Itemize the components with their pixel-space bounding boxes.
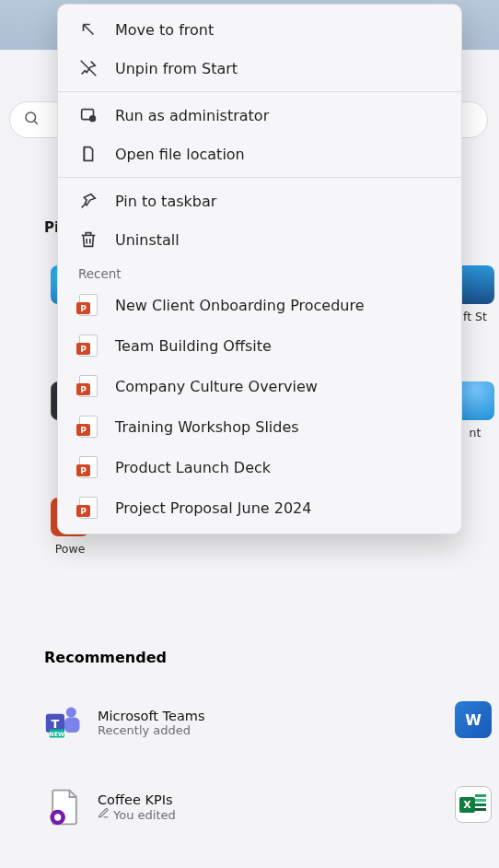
- pinned-label: nt: [470, 426, 482, 440]
- svg-point-4: [66, 708, 76, 718]
- ctx-label: Open file location: [115, 146, 245, 163]
- teams-icon: T NEW: [44, 702, 85, 743]
- ctx-recent-label: Team Building Offsite: [115, 337, 272, 355]
- ctx-recent-item[interactable]: P Product Launch Deck: [58, 447, 461, 487]
- powerpoint-file-icon: P: [78, 416, 99, 438]
- svg-point-11: [89, 115, 96, 122]
- ctx-recent-item[interactable]: P Company Culture Overview: [58, 366, 461, 406]
- recommended-item-coffee-kpis[interactable]: Coffee KPIs You edited: [44, 787, 265, 827]
- recommended-item-teams[interactable]: T NEW Microsoft Teams Recently added: [44, 702, 265, 743]
- separator: [58, 177, 461, 178]
- svg-rect-5: [64, 718, 80, 733]
- ctx-label: Unpin from Start: [115, 60, 238, 77]
- separator: [58, 91, 461, 92]
- context-menu: Move to front Unpin from Start Run as ad…: [57, 4, 462, 534]
- shield-admin-icon: [78, 105, 99, 125]
- ctx-open-file-location[interactable]: Open file location: [58, 135, 461, 173]
- ctx-recent-item[interactable]: P Team Building Offsite: [58, 325, 461, 366]
- ctx-label: Move to front: [115, 21, 214, 39]
- unpin-icon: [78, 58, 99, 78]
- recommended-title: Microsoft Teams: [98, 709, 204, 723]
- pin-icon: [78, 191, 99, 211]
- ctx-recent-item[interactable]: P Training Workshop Slides: [58, 406, 461, 447]
- recommended-heading: Recommended: [44, 649, 167, 666]
- search-icon: [23, 110, 40, 130]
- powerpoint-file-icon: P: [78, 456, 99, 478]
- folder-open-icon: [78, 144, 99, 164]
- svg-point-0: [26, 112, 36, 123]
- recommended-item-excel[interactable]: X: [455, 786, 492, 828]
- ctx-recent-item[interactable]: P New Client Onboarding Procedure: [58, 285, 461, 325]
- pinned-label: Powe: [55, 542, 86, 556]
- recommended-title: Coffee KPIs: [98, 792, 176, 807]
- pinned-label: ft St: [463, 310, 487, 323]
- powerpoint-file-icon: P: [78, 294, 99, 316]
- trash-icon: [78, 229, 99, 250]
- powerpoint-file-icon: P: [78, 497, 99, 519]
- recommended-subtitle: Recently added: [98, 723, 204, 737]
- svg-text:T: T: [52, 717, 60, 731]
- ctx-pin-to-taskbar[interactable]: Pin to taskbar: [58, 182, 461, 220]
- svg-point-9: [54, 814, 61, 820]
- powerpoint-file-icon: P: [78, 375, 99, 397]
- ctx-label: Run as administrator: [115, 107, 269, 124]
- ctx-unpin-from-start[interactable]: Unpin from Start: [58, 49, 461, 88]
- pencil-icon: [98, 807, 110, 822]
- ctx-recent-heading: Recent: [58, 259, 461, 285]
- ctx-recent-label: New Client Onboarding Procedure: [115, 297, 365, 314]
- ctx-label: Pin to taskbar: [115, 193, 216, 210]
- powerpoint-file-icon: P: [78, 334, 99, 357]
- ctx-recent-label: Training Workshop Slides: [115, 418, 299, 436]
- svg-line-1: [34, 121, 37, 123]
- svg-text:NEW: NEW: [49, 731, 64, 738]
- ctx-run-as-admin[interactable]: Run as administrator: [58, 96, 461, 135]
- file-loop-icon: [44, 787, 85, 827]
- ctx-recent-item[interactable]: P Project Proposal June 2024: [58, 487, 461, 528]
- ctx-uninstall[interactable]: Uninstall: [58, 220, 461, 259]
- ctx-move-to-front[interactable]: Move to front: [58, 10, 461, 49]
- recommended-item-word[interactable]: W: [455, 701, 492, 744]
- arrow-top-left-icon: [78, 19, 99, 40]
- recommended-subtitle: You edited: [113, 808, 176, 822]
- ctx-label: Uninstall: [115, 231, 180, 249]
- ctx-recent-label: Product Launch Deck: [115, 459, 271, 476]
- ctx-recent-label: Company Culture Overview: [115, 378, 318, 395]
- ctx-recent-label: Project Proposal June 2024: [115, 499, 311, 517]
